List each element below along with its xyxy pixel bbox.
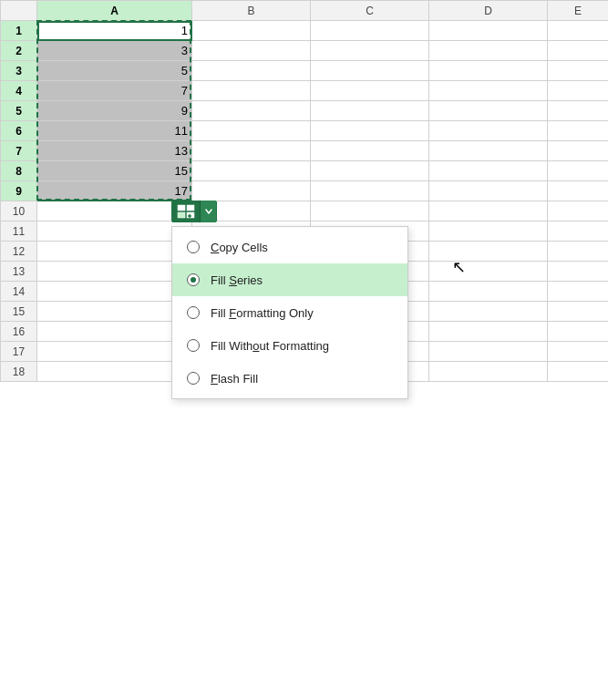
cell-E12[interactable] (548, 242, 608, 262)
cell-B1[interactable] (192, 21, 311, 41)
cell-B8[interactable] (192, 161, 311, 181)
menu-item-fill-without-formatting[interactable]: Fill Without Formatting (172, 329, 407, 362)
cell-A12[interactable] (37, 242, 192, 262)
cell-E2[interactable] (548, 41, 608, 61)
cell-C3[interactable] (311, 61, 429, 81)
row-header-8[interactable]: 8 (1, 161, 37, 181)
cell-A7[interactable]: 13 (37, 141, 192, 161)
col-header-B[interactable]: B (192, 1, 311, 21)
menu-item-fill-formatting-only[interactable]: Fill Formatting Only (172, 296, 407, 329)
cell-D9[interactable] (429, 181, 548, 201)
cell-A2[interactable]: 3 (37, 41, 192, 61)
cell-C4[interactable] (311, 81, 429, 101)
cell-D2[interactable] (429, 41, 548, 61)
cell-D3[interactable] (429, 61, 548, 81)
row-header-12[interactable]: 12 (1, 242, 37, 262)
cell-C5[interactable] (311, 101, 429, 121)
menu-item-copy-cells[interactable]: Copy Cells (172, 231, 407, 263)
cell-A15[interactable] (37, 302, 192, 322)
cell-D8[interactable] (429, 161, 548, 181)
cell-D6[interactable] (429, 121, 548, 141)
cell-E6[interactable] (548, 121, 608, 141)
cell-D18[interactable] (429, 362, 548, 382)
cell-E9[interactable] (548, 181, 608, 201)
cell-A1[interactable]: 1 (37, 21, 192, 41)
autofill-dropdown-arrow[interactable] (200, 201, 216, 222)
cell-C2[interactable] (311, 41, 429, 61)
cell-A17[interactable] (37, 342, 192, 362)
cell-A18[interactable] (37, 362, 192, 382)
row-header-10[interactable]: 10 (1, 201, 37, 221)
cell-C10[interactable] (311, 201, 429, 221)
col-header-A[interactable]: A (37, 1, 192, 21)
cell-D11[interactable] (429, 221, 548, 242)
cell-A11[interactable] (37, 221, 192, 242)
row-header-2[interactable]: 2 (1, 41, 37, 61)
row-header-18[interactable]: 18 (1, 362, 37, 382)
menu-item-fill-series[interactable]: Fill Series (172, 263, 407, 296)
cell-B4[interactable] (192, 81, 311, 101)
cell-E14[interactable] (548, 282, 608, 302)
cell-C1[interactable] (311, 21, 429, 41)
row-header-7[interactable]: 7 (1, 141, 37, 161)
cell-C9[interactable] (311, 181, 429, 201)
cell-D1[interactable] (429, 21, 548, 41)
cell-A5[interactable]: 9 (37, 101, 192, 121)
cell-A10[interactable] (37, 201, 192, 221)
row-header-5[interactable]: 5 (1, 101, 37, 121)
cell-D5[interactable] (429, 101, 548, 121)
cell-D16[interactable] (429, 322, 548, 342)
row-header-3[interactable]: 3 (1, 61, 37, 81)
row-header-1[interactable]: 1 (1, 21, 37, 41)
col-header-D[interactable]: D (429, 1, 548, 21)
cell-B9[interactable] (192, 181, 311, 201)
row-header-9[interactable]: 9 (1, 181, 37, 201)
row-header-4[interactable]: 4 (1, 81, 37, 101)
menu-item-flash-fill[interactable]: Flash Fill (172, 362, 407, 395)
cell-A3[interactable]: 5 (37, 61, 192, 81)
cell-A16[interactable] (37, 322, 192, 342)
row-header-11[interactable]: 11 (1, 221, 37, 242)
col-header-E[interactable]: E (548, 1, 608, 21)
cell-E13[interactable] (548, 262, 608, 282)
cell-B3[interactable] (192, 61, 311, 81)
cell-E18[interactable] (548, 362, 608, 382)
cell-B6[interactable] (192, 121, 311, 141)
cell-E11[interactable] (548, 221, 608, 242)
row-header-14[interactable]: 14 (1, 282, 37, 302)
row-header-17[interactable]: 17 (1, 342, 37, 362)
cell-E4[interactable] (548, 81, 608, 101)
cell-C6[interactable] (311, 121, 429, 141)
autofill-options-button[interactable] (171, 201, 217, 222)
cell-D12[interactable] (429, 242, 548, 262)
cell-E8[interactable] (548, 161, 608, 181)
cell-E15[interactable] (548, 302, 608, 322)
cell-D4[interactable] (429, 81, 548, 101)
row-header-16[interactable]: 16 (1, 322, 37, 342)
cell-A8[interactable]: 15 (37, 161, 192, 181)
cell-D10[interactable] (429, 201, 548, 221)
cell-A14[interactable] (37, 282, 192, 302)
cell-B5[interactable] (192, 101, 311, 121)
cell-E1[interactable] (548, 21, 608, 41)
cell-A13[interactable] (37, 262, 192, 282)
cell-D13[interactable] (429, 262, 548, 282)
cell-D17[interactable] (429, 342, 548, 362)
cell-E10[interactable] (548, 201, 608, 221)
cell-A6[interactable]: 11 (37, 121, 192, 141)
row-header-15[interactable]: 15 (1, 302, 37, 322)
cell-D7[interactable] (429, 141, 548, 161)
cell-A4[interactable]: 7 (37, 81, 192, 101)
col-header-C[interactable]: C (311, 1, 429, 21)
cell-A9[interactable]: 17 (37, 181, 192, 201)
cell-D15[interactable] (429, 302, 548, 322)
cell-E5[interactable] (548, 101, 608, 121)
cell-E3[interactable] (548, 61, 608, 81)
cell-D14[interactable] (429, 282, 548, 302)
cell-E17[interactable] (548, 342, 608, 362)
cell-E7[interactable] (548, 141, 608, 161)
cell-C7[interactable] (311, 141, 429, 161)
cell-C8[interactable] (311, 161, 429, 181)
cell-B7[interactable] (192, 141, 311, 161)
row-header-13[interactable]: 13 (1, 262, 37, 282)
